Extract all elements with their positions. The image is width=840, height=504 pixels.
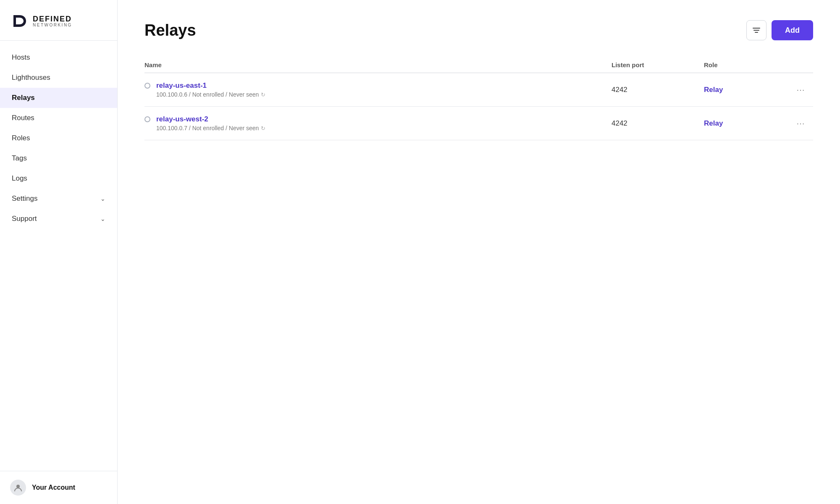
row-menu-button-2[interactable]: ⋯: [788, 117, 813, 130]
sidebar-item-relays[interactable]: Relays: [0, 88, 117, 108]
cell-role-1: Relay: [704, 86, 788, 94]
cell-port-1: 4242: [612, 86, 704, 94]
sidebar-item-routes[interactable]: Routes: [0, 108, 117, 128]
logo-text: DEFINED NETWORKING: [33, 15, 72, 27]
sidebar-item-roles[interactable]: Roles: [0, 128, 117, 148]
sidebar-item-logs[interactable]: Logs: [0, 168, 117, 189]
sidebar-item-hosts[interactable]: Hosts: [0, 47, 117, 68]
table-header: Name Listen port Role: [144, 57, 813, 73]
sidebar-footer[interactable]: Your Account: [0, 471, 117, 504]
filter-icon: [752, 26, 761, 34]
status-dot-2: [144, 116, 150, 122]
add-button[interactable]: Add: [772, 20, 813, 40]
page-title: Relays: [144, 21, 196, 39]
name-col-2: relay-us-west-2 100.100.0.7 / Not enroll…: [156, 115, 265, 131]
col-name: Name: [144, 61, 612, 68]
sidebar: DEFINED NETWORKING Hosts Lighthouses Rel…: [0, 0, 118, 504]
sidebar-item-roles-label: Roles: [12, 134, 30, 142]
chevron-down-icon: ⌄: [100, 215, 105, 222]
sidebar-item-logs-label: Logs: [12, 174, 27, 183]
cell-port-2: 4242: [612, 119, 704, 128]
relay-meta-2: 100.100.0.7 / Not enrolled / Never seen …: [156, 125, 265, 131]
logo-icon: [10, 12, 29, 30]
table-row: relay-us-west-2 100.100.0.7 / Not enroll…: [144, 107, 813, 140]
cell-name-1: relay-us-east-1 100.100.0.6 / Not enroll…: [144, 81, 612, 98]
avatar: [10, 480, 26, 496]
chevron-down-icon: ⌄: [100, 195, 105, 202]
main-header: Relays Add: [144, 20, 813, 40]
sidebar-item-settings[interactable]: Settings ⌄: [0, 189, 117, 209]
relays-table: Name Listen port Role relay-us-east-1 10…: [144, 57, 813, 140]
sidebar-item-tags-label: Tags: [12, 154, 27, 163]
name-col-1: relay-us-east-1 100.100.0.6 / Not enroll…: [156, 81, 265, 98]
relay-name-1[interactable]: relay-us-east-1: [156, 81, 265, 90]
row-menu-button-1[interactable]: ⋯: [788, 83, 813, 97]
logo-defined: DEFINED: [33, 15, 72, 23]
sidebar-item-lighthouses[interactable]: Lighthouses: [0, 68, 117, 88]
svg-point-1: [16, 485, 20, 488]
sidebar-item-settings-label: Settings: [12, 194, 37, 203]
col-role: Role: [704, 61, 788, 68]
sidebar-item-tags[interactable]: Tags: [0, 148, 117, 168]
sidebar-item-lighthouses-label: Lighthouses: [12, 74, 50, 82]
cell-name-2: relay-us-west-2 100.100.0.7 / Not enroll…: [144, 115, 612, 131]
status-dot-1: [144, 83, 150, 89]
filter-button[interactable]: [746, 20, 766, 40]
sidebar-item-routes-label: Routes: [12, 114, 34, 122]
sidebar-item-relays-label: Relays: [12, 94, 35, 102]
relay-meta-1: 100.100.0.6 / Not enrolled / Never seen …: [156, 91, 265, 98]
sidebar-item-hosts-label: Hosts: [12, 53, 30, 62]
sidebar-item-support[interactable]: Support ⌄: [0, 209, 117, 229]
cell-role-2: Relay: [704, 119, 788, 128]
table-row: relay-us-east-1 100.100.0.6 / Not enroll…: [144, 73, 813, 107]
refresh-icon: ↻: [261, 92, 265, 98]
logo-networking: NETWORKING: [33, 23, 72, 27]
relay-name-2[interactable]: relay-us-west-2: [156, 115, 265, 123]
main-content: Relays Add Name Listen port Role: [118, 0, 840, 504]
account-label: Your Account: [32, 484, 75, 491]
logo: DEFINED NETWORKING: [0, 0, 117, 41]
header-actions: Add: [746, 20, 813, 40]
sidebar-item-support-label: Support: [12, 215, 37, 223]
col-actions: [788, 61, 813, 68]
refresh-icon: ↻: [261, 125, 265, 131]
sidebar-nav: Hosts Lighthouses Relays Routes Roles Ta…: [0, 41, 117, 471]
col-port: Listen port: [612, 61, 704, 68]
